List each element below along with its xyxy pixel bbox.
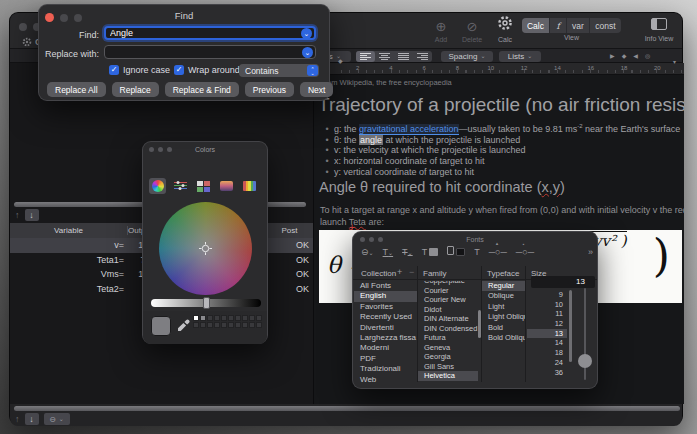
eyedropper-icon[interactable] <box>177 319 190 332</box>
size-item[interactable]: 24 <box>527 358 567 368</box>
segment-f[interactable]: f <box>550 18 567 33</box>
replace-button[interactable]: Replace <box>112 82 159 97</box>
close-button[interactable] <box>149 147 154 152</box>
segment-var[interactable]: var <box>567 18 590 33</box>
family-item[interactable]: Courier New <box>418 295 478 305</box>
brightness-slider[interactable] <box>151 299 261 307</box>
size-item[interactable]: 12 <box>527 319 567 329</box>
size-item[interactable]: 10 <box>527 300 567 310</box>
brightness-slider-thumb[interactable] <box>203 297 210 309</box>
info-view-button[interactable]: Info View <box>638 16 680 42</box>
size-slider[interactable] <box>584 288 586 380</box>
close-button[interactable] <box>360 237 365 242</box>
family-item[interactable]: Gill Sans <box>418 362 478 372</box>
close-button[interactable] <box>19 23 27 31</box>
image-palettes-tab[interactable] <box>218 178 235 194</box>
recent-replacements-button[interactable]: ⌄ <box>302 47 313 58</box>
swatch-cell[interactable] <box>221 315 227 321</box>
close-button[interactable] <box>45 13 54 22</box>
color-wheel-tab[interactable] <box>149 178 166 194</box>
family-item[interactable]: DIN Alternate <box>418 314 478 324</box>
current-color-well[interactable] <box>151 316 171 336</box>
minimize-button[interactable] <box>60 14 68 22</box>
swatch-cell[interactable] <box>228 322 234 328</box>
swatch-cell[interactable] <box>200 322 206 328</box>
up-arrow-icon[interactable]: ↑ <box>15 209 20 221</box>
replace-input[interactable] <box>105 47 302 57</box>
find-window-controls[interactable] <box>45 13 82 22</box>
underline-button[interactable]: T⌄ <box>383 247 394 257</box>
collection-item[interactable]: Tradizionali <box>354 364 417 374</box>
collection-item[interactable]: Larghezza fissa <box>354 333 417 343</box>
swatch-cell[interactable] <box>193 315 199 321</box>
forward-icon[interactable]: ▶ <box>610 51 615 61</box>
circle-icon[interactable]: ◎ <box>645 51 650 61</box>
zoom-button[interactable] <box>74 14 82 22</box>
swatch-cell[interactable] <box>256 315 262 321</box>
back-icon[interactable]: ◀ <box>633 51 638 61</box>
column-header-post[interactable]: Post <box>265 226 313 235</box>
swatch-cell[interactable] <box>221 322 227 328</box>
align-left-button[interactable] <box>356 51 375 62</box>
swatch-cell[interactable] <box>207 322 213 328</box>
typeface-item[interactable]: Regular <box>482 281 525 291</box>
next-button[interactable]: Next <box>300 82 333 97</box>
family-item[interactable]: Helvetica <box>418 371 478 381</box>
collection-item[interactable]: PDF <box>354 354 417 364</box>
collection-item[interactable]: All Fonts <box>354 281 417 291</box>
size-item[interactable]: 9 <box>527 290 567 300</box>
swatch-cell[interactable] <box>235 315 241 321</box>
collection-item[interactable]: English <box>354 291 417 301</box>
wrap-around-checkbox[interactable]: ✓ Wrap around <box>174 65 240 75</box>
replace-and-find-button[interactable]: Replace & Find <box>165 82 239 97</box>
collection-item[interactable]: Favorites <box>354 302 417 312</box>
collection-item[interactable]: Divertenti <box>354 323 417 333</box>
colors-window-controls[interactable] <box>149 147 172 152</box>
swatch-cell[interactable] <box>207 315 213 321</box>
swatch-cell[interactable] <box>256 322 262 328</box>
calc-button[interactable]: Calc <box>490 15 520 43</box>
recent-searches-button[interactable]: ⌄ <box>301 28 312 39</box>
find-field[interactable]: ⌄ <box>104 26 316 40</box>
family-item[interactable]: Geneva <box>418 343 478 353</box>
typeface-item[interactable]: Bold <box>482 323 525 333</box>
text-color-button[interactable]: T <box>422 247 439 257</box>
size-field[interactable]: 13 <box>531 276 595 288</box>
swatch-cell[interactable] <box>200 315 206 321</box>
color-palettes-tab[interactable] <box>195 178 212 194</box>
zoom-button[interactable] <box>167 147 172 152</box>
family-item[interactable]: Futura <box>418 333 478 343</box>
color-wheel[interactable] <box>159 202 252 295</box>
shadow-opacity-slider[interactable]: ─○─▴ <box>489 247 507 257</box>
match-type-popup[interactable]: Contains ⌃⌄ <box>239 64 319 77</box>
size-item[interactable]: 13 <box>527 329 567 339</box>
segment-calc[interactable]: Calc <box>522 18 550 33</box>
size-slider-thumb[interactable] <box>578 354 592 368</box>
typeface-item[interactable]: Light <box>482 302 525 312</box>
typeface-item[interactable]: Bold Oblique <box>482 333 525 343</box>
swatch-cell[interactable] <box>249 315 255 321</box>
typeface-item[interactable]: Light Oblique <box>482 312 525 322</box>
diamond-icon[interactable]: ◆ <box>622 51 627 61</box>
align-justify-button[interactable] <box>394 51 413 62</box>
bottom-splitter[interactable] <box>14 406 680 411</box>
swatch-cell[interactable] <box>214 315 220 321</box>
minimize-button[interactable] <box>158 147 163 152</box>
size-item[interactable]: 18 <box>527 348 567 358</box>
segment-const[interactable]: const <box>590 18 621 33</box>
down-arrow-button[interactable]: ↓ <box>25 413 39 425</box>
shadow-blur-slider[interactable]: ─○─▪ <box>516 247 534 257</box>
up-arrow-icon[interactable]: ↑ <box>15 413 20 425</box>
size-scrollbar[interactable] <box>569 290 572 362</box>
zoom-button[interactable] <box>378 237 383 242</box>
swatch-cell[interactable] <box>193 322 199 328</box>
swatch-cell[interactable] <box>242 322 248 328</box>
down-arrow-button[interactable]: ↓ <box>25 209 39 221</box>
add-collection-icon[interactable]: + <box>397 267 402 277</box>
color-picker-crosshair-icon[interactable] <box>199 242 212 255</box>
minimize-button[interactable] <box>369 237 374 242</box>
indent-marker-icon[interactable]: ◆ <box>338 57 343 64</box>
replace-all-button[interactable]: Replace All <box>47 82 106 97</box>
remove-collection-icon[interactable]: − <box>409 267 414 277</box>
column-header-variable[interactable]: Variable <box>10 226 128 235</box>
